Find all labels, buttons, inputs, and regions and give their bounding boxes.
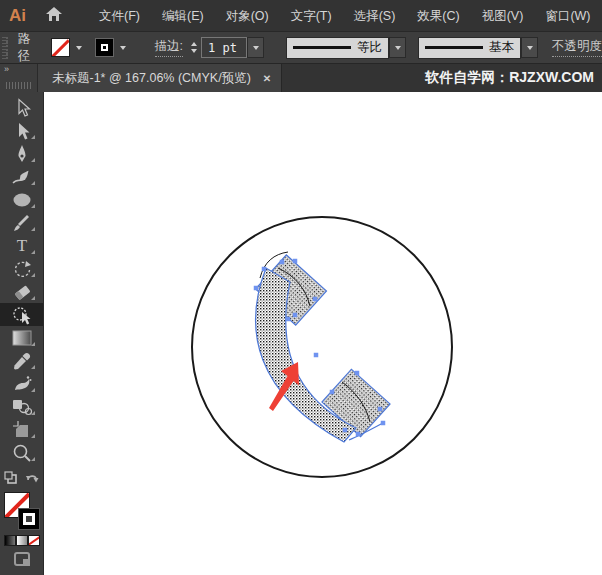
width-profile-preview[interactable]: 等比	[286, 37, 389, 59]
stroke-color-swatch[interactable]	[95, 38, 114, 57]
blend-tool[interactable]	[0, 395, 43, 418]
tab-bar: » 未标题-1* @ 167.06% (CMYK/预览) ✕ 软件自学网：RJZ…	[0, 64, 602, 92]
stroke-weight-dropdown[interactable]	[247, 37, 264, 58]
fill-control	[51, 38, 87, 57]
close-icon[interactable]: ✕	[263, 73, 271, 84]
ellipse-tool[interactable]	[0, 188, 43, 211]
chevron-down-icon	[253, 46, 259, 50]
pen-tool[interactable]	[0, 142, 43, 165]
paintbrush-tool[interactable]	[0, 211, 43, 234]
chevron-down-icon	[527, 46, 533, 50]
menu-object[interactable]: 对象(O)	[215, 0, 280, 32]
illustrator-window: Ai 文件(F) 编辑(E) 对象(O) 文字(T) 选择(S) 效果(C) 视…	[0, 0, 602, 575]
tools-panel-header[interactable]: »	[0, 64, 38, 92]
document-tab[interactable]: 未标题-1* @ 167.06% (CMYK/预览) ✕	[38, 64, 282, 92]
curvature-tool[interactable]	[0, 165, 43, 188]
gradient-button[interactable]	[16, 535, 28, 546]
brush-dropdown: 基本	[418, 37, 538, 59]
document-tab-title: 未标题-1* @ 167.06% (CMYK/预览)	[52, 70, 251, 87]
menu-effect[interactable]: 效果(C)	[406, 0, 470, 32]
menu-select[interactable]: 选择(S)	[343, 0, 407, 32]
stepper-down-icon[interactable]	[191, 49, 197, 53]
brush-preview[interactable]: 基本	[418, 37, 521, 59]
type-tool-glyph: T	[16, 236, 27, 255]
flyout-indicator	[31, 227, 35, 231]
flyout-indicator	[31, 250, 35, 254]
color-mode-bar	[4, 535, 40, 546]
menu-window[interactable]: 窗口(W)	[534, 0, 601, 32]
flyout-indicator	[31, 204, 35, 208]
flyout-indicator	[31, 342, 35, 346]
fill-none-swatch[interactable]	[51, 38, 70, 57]
panel-grip-icon[interactable]	[2, 37, 8, 59]
watermark-text: 软件自学网：RJZXW.COM	[425, 64, 594, 92]
none-slash-icon	[28, 536, 40, 546]
type-tool[interactable]: T	[0, 234, 43, 257]
shape-builder-tool[interactable]	[0, 303, 43, 326]
stepper-up-icon[interactable]	[191, 42, 197, 46]
menu-view[interactable]: 视图(V)	[471, 0, 535, 32]
stroke-weight-label[interactable]: 描边:	[155, 38, 183, 57]
menu-edit[interactable]: 编辑(E)	[151, 0, 215, 32]
menu-bar: Ai 文件(F) 编辑(E) 对象(O) 文字(T) 选择(S) 效果(C) 视…	[0, 0, 602, 32]
color-button[interactable]	[4, 535, 16, 546]
flyout-indicator	[31, 273, 35, 277]
default-fill-stroke-icon[interactable]	[4, 470, 18, 488]
chevron-down-icon[interactable]	[76, 46, 82, 50]
context-label: 路径	[18, 32, 37, 64]
brush-value: 基本	[489, 39, 514, 56]
fill-stroke-indicator	[4, 492, 40, 530]
stroke-weight-input[interactable]: 1 pt	[201, 37, 247, 58]
stroke-hole-icon	[23, 513, 35, 525]
panel-grip-icon[interactable]	[6, 82, 31, 89]
menu-file[interactable]: 文件(F)	[88, 0, 151, 32]
gradient-tool[interactable]	[0, 326, 43, 349]
artboard-canvas[interactable]	[44, 92, 602, 575]
artboard-tool[interactable]	[0, 418, 43, 441]
width-profile-value: 等比	[357, 39, 382, 56]
stroke-line-icon	[293, 46, 351, 49]
draw-normal-mode-icon[interactable]	[14, 552, 30, 566]
width-profile-dropdown: 等比	[286, 37, 406, 59]
none-button[interactable]	[28, 535, 40, 546]
rotate-tool[interactable]	[0, 257, 43, 280]
zoom-tool[interactable]	[0, 441, 43, 464]
phone-handset-shape[interactable]	[254, 252, 390, 442]
main-area: T	[0, 92, 602, 575]
flyout-indicator	[31, 296, 35, 300]
symbol-sprayer-tool[interactable]	[0, 372, 43, 395]
direct-selection-tool[interactable]	[0, 119, 43, 142]
stroke-weight-control: 描边: 1 pt	[155, 37, 264, 58]
stroke-weight-stepper[interactable]	[191, 42, 197, 53]
opacity-label[interactable]: 不透明度	[552, 38, 602, 57]
menu-type[interactable]: 文字(T)	[280, 0, 343, 32]
stroke-control	[95, 38, 131, 57]
flyout-indicator	[31, 411, 35, 415]
brush-line-icon	[425, 46, 483, 49]
menu-items: 文件(F) 编辑(E) 对象(O) 文字(T) 选择(S) 效果(C) 视图(V…	[88, 0, 602, 32]
artwork	[44, 92, 601, 575]
flyout-indicator	[31, 388, 35, 392]
double-chevron-icon[interactable]: »	[4, 65, 33, 74]
chevron-down-icon[interactable]	[120, 46, 126, 50]
brush-dropdown-button[interactable]	[521, 37, 538, 58]
flyout-indicator	[31, 158, 35, 162]
toolbar-bottom-controls	[0, 470, 43, 566]
flyout-indicator	[31, 434, 35, 438]
circle-path[interactable]	[192, 217, 452, 477]
stroke-swatch-black[interactable]	[18, 508, 40, 530]
selection-tool[interactable]	[0, 96, 43, 119]
flyout-indicator	[31, 135, 35, 139]
home-icon[interactable]	[36, 7, 72, 24]
control-bar: 路径 描边: 1 pt 等比	[0, 32, 602, 64]
width-profile-dropdown-button[interactable]	[389, 37, 406, 58]
flyout-indicator	[31, 365, 35, 369]
eraser-tool[interactable]	[0, 280, 43, 303]
stroke-ring-icon	[101, 44, 108, 51]
flyout-indicator	[31, 181, 35, 185]
tools-panel: T	[0, 92, 44, 575]
swap-fill-stroke-icon[interactable]	[25, 470, 40, 488]
chevron-down-icon	[395, 46, 401, 50]
illustrator-logo: Ai	[0, 6, 36, 26]
eyedropper-tool[interactable]	[0, 349, 43, 372]
